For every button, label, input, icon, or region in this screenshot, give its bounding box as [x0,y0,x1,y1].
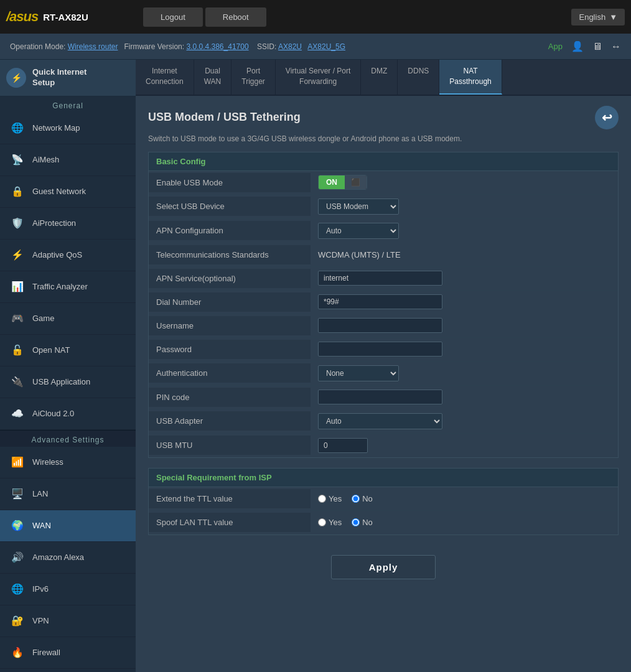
usb-adapter-dropdown[interactable]: Auto [318,413,442,429]
extend-ttl-yes-label[interactable]: Yes [318,494,342,503]
usb-mtu-label: USB MTU [149,436,311,455]
apply-button[interactable]: Apply [331,555,436,579]
sidebar-item-firewall[interactable]: 🔥 Firewall [0,637,136,669]
sidebar-item-label: USB Application [32,377,90,386]
sidebar-item-lan[interactable]: 🖥️ LAN [0,478,136,510]
sidebar-item-amazon-alexa[interactable]: 🔊 Amazon Alexa [0,542,136,574]
tab-nat-passthrough[interactable]: NATPassthrough [439,60,502,95]
advanced-section-title: Advanced Settings [0,430,136,447]
sidebar-item-wireless[interactable]: 📶 Wireless [0,447,136,478]
usb-adapter-value: Auto [311,409,618,433]
sidebar-item-network-map[interactable]: 🌐 Network Map [0,113,136,144]
usb-mtu-input[interactable] [318,438,368,453]
language-label: English [579,12,605,22]
top-nav: Logout Reboot [143,7,571,27]
spoof-lan-ttl-value: Yes No [311,514,618,531]
sidebar-item-administration[interactable]: ⚙️ Administration [0,669,136,672]
info-bar-right: App 👤 🖥 ↔ [548,40,621,52]
special-req-section: Special Requirement from ISP Extend the … [148,468,619,535]
sidebar-item-label: WAN [32,521,51,530]
sidebar-item-label: AiMesh [32,155,59,164]
usb-mode-toggle[interactable]: ON ⬛ [318,175,367,190]
sidebar-item-vpn[interactable]: 🔐 VPN [0,605,136,637]
spoof-lan-ttl-no-label[interactable]: No [352,518,373,527]
sidebar-item-game[interactable]: 🎮 Game [0,303,136,335]
sidebar-item-traffic-analyzer[interactable]: 📊 Traffic Analyzer [0,271,136,303]
select-usb-device-dropdown[interactable]: USB Modem Android Phone [318,198,399,215]
select-usb-device-value: USB Modem Android Phone [311,195,618,218]
apn-service-input[interactable] [318,271,442,286]
open-nat-icon: 🔓 [9,342,26,359]
operation-mode-value[interactable]: Wireless router [68,42,118,51]
spoof-lan-ttl-no-radio[interactable] [352,518,360,526]
back-button[interactable]: ↩ [595,106,619,129]
quick-setup-icon: ⚡ [6,68,26,88]
pin-code-input[interactable] [318,390,442,404]
tab-dual-wan[interactable]: DualWAN [194,60,232,95]
usb-adapter-label: USB Adapter [149,411,311,431]
spoof-lan-ttl-yes-label[interactable]: Yes [318,518,342,527]
sidebar-item-ipv6[interactable]: 🌐 IPv6 [0,574,136,605]
tab-ddns[interactable]: DDNS [398,60,439,95]
sidebar-item-aimesh[interactable]: 📡 AiMesh [0,144,136,176]
aicloud-icon: ☁️ [9,405,26,422]
sidebar-item-adaptive-qos[interactable]: ⚡ Adaptive QoS [0,240,136,271]
sidebar-item-label: Wireless [32,457,63,467]
ipv6-icon: 🌐 [9,581,26,598]
alexa-icon: 🔊 [9,549,26,566]
firmware-label: Firmware Version: [124,42,184,51]
spoof-lan-ttl-yes-radio[interactable] [318,518,326,526]
apn-service-label: APN Service(optional) [149,269,311,288]
language-selector[interactable]: English ▼ [571,9,625,26]
tab-virtual-server[interactable]: Virtual Server / PortForwarding [276,60,361,95]
extend-ttl-yes-radio[interactable] [318,495,326,503]
firewall-icon: 🔥 [9,644,26,661]
tab-internet-connection[interactable]: InternetConnection [136,60,194,95]
sidebar-item-aicloud[interactable]: ☁️ AiCloud 2.0 [0,398,136,430]
monitor-icon[interactable]: 🖥 [592,41,602,52]
authentication-label: Authentication [149,363,311,383]
page-title-area: USB Modem / USB Tethering ↩ [148,106,619,129]
sidebar-item-label: AiCloud 2.0 [32,409,74,418]
app-label[interactable]: App [548,42,563,51]
apn-config-dropdown[interactable]: Auto Manual [318,223,399,239]
sidebar-item-usb-application[interactable]: 🔌 USB Application [0,366,136,398]
spoof-lan-ttl-radio-group: Yes No [318,518,610,527]
select-usb-device-row: Select USB Device USB Modem Android Phon… [149,195,618,219]
sidebar-item-label: Network Map [32,123,80,133]
apply-section: Apply [148,545,619,589]
page-title: USB Modem / USB Tethering [148,111,301,124]
extend-ttl-no-label[interactable]: No [352,494,373,503]
sidebar-item-open-nat[interactable]: 🔓 Open NAT [0,335,136,366]
tab-dmz[interactable]: DMZ [361,60,398,95]
extend-ttl-no-radio[interactable] [352,495,360,503]
authentication-dropdown[interactable]: None PAP CHAP [318,365,399,381]
logout-button[interactable]: Logout [143,7,203,27]
ssid-5g[interactable]: AX82U_5G [307,42,345,51]
sidebar-item-quick-setup[interactable]: ⚡ Quick InternetSetup [0,60,136,96]
sidebar-item-aiprotection[interactable]: 🛡️ AiProtection [0,208,136,240]
password-input[interactable] [318,342,442,357]
pin-code-row: PIN code [149,386,618,409]
user-icon[interactable]: 👤 [571,40,584,52]
sidebar-item-guest-network[interactable]: 🔒 Guest Network [0,176,136,208]
sidebar-item-wan[interactable]: 🌍 WAN [0,510,136,542]
content-area: InternetConnection DualWAN PortTrigger V… [136,60,631,672]
apn-service-value [311,267,618,289]
wan-icon: 🌍 [9,517,26,534]
username-input[interactable] [318,318,442,333]
top-bar: /asus RT-AX82U Logout Reboot English ▼ [0,0,631,34]
reboot-button[interactable]: Reboot [205,7,266,27]
logo-asus: /asus [6,9,38,25]
authentication-value: None PAP CHAP [311,362,618,385]
main-layout: ⚡ Quick InternetSetup General 🌐 Network … [0,60,631,672]
dial-number-input[interactable] [318,294,442,309]
username-value [311,314,618,337]
tab-port-trigger[interactable]: PortTrigger [231,60,276,95]
firmware-value[interactable]: 3.0.0.4.386_41700 [186,42,248,51]
sidebar: ⚡ Quick InternetSetup General 🌐 Network … [0,60,136,672]
usb-mtu-value [311,434,618,457]
general-section-title: General [0,96,136,113]
ssid-2g[interactable]: AX82U [278,42,302,51]
network-icon[interactable]: ↔ [611,41,621,52]
